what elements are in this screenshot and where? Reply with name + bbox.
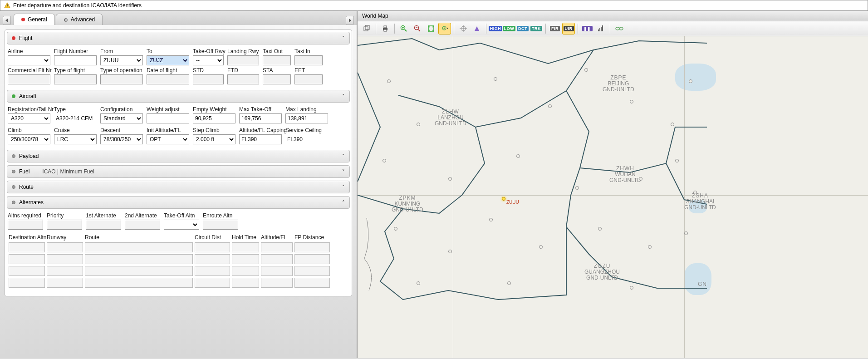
print-icon[interactable] [379,23,392,34]
chain-icon[interactable] [613,23,626,34]
stepclimb-select[interactable]: 2.000 ft [193,134,235,144]
table-cell[interactable] [232,242,259,252]
etd-input[interactable] [227,74,259,84]
alt2-input[interactable] [125,220,160,230]
table-cell[interactable] [47,278,83,288]
table-cell[interactable] [294,254,330,264]
map-dep-marker[interactable] [502,197,505,201]
svg-rect-10 [384,26,387,28]
section-route-header[interactable]: Route ˅ [7,181,350,193]
table-cell[interactable] [195,254,230,264]
table-cell[interactable] [261,278,293,288]
ldgrwy-input[interactable] [227,55,259,65]
table-cell[interactable] [261,266,293,276]
layer-high-button[interactable]: HIGH [489,23,502,34]
alt1-input[interactable] [86,220,121,230]
taxiout-input[interactable] [263,55,291,65]
table-cell[interactable] [232,278,259,288]
table-cell[interactable] [85,242,193,252]
tab-general-label: General [28,16,47,23]
triangle-up-icon[interactable] [471,23,483,34]
wadj-input[interactable] [147,113,189,123]
window-restore-icon[interactable] [360,23,373,34]
table-cell[interactable] [294,278,330,288]
altreq-input[interactable] [8,220,43,230]
typeop-input[interactable] [100,74,143,84]
bars-icon[interactable] [594,23,607,34]
empty-input[interactable] [193,113,235,123]
enraltn-input[interactable] [203,220,238,230]
fit-icon[interactable] [425,23,437,34]
layer-dct-button[interactable]: DCT [516,23,529,34]
table-cell[interactable] [9,242,45,252]
table-cell[interactable] [9,254,45,264]
regtail-select[interactable]: A320 [8,113,50,123]
typeflight-input[interactable] [54,74,97,84]
table-cell[interactable] [261,254,293,264]
layer-fir-button[interactable]: FIR [549,23,561,34]
table-cell[interactable] [232,254,259,264]
table-cell[interactable] [85,278,193,288]
airline-select[interactable] [8,55,50,65]
label-etd: ETD [227,67,259,74]
table-cell[interactable] [195,278,230,288]
chevron-up-icon: ˄ [342,93,345,99]
section-aircraft-header[interactable]: Aircraft ˄ [7,90,350,103]
hdr-hold: Hold Time [232,234,259,241]
table-cell[interactable] [47,266,83,276]
maxto-input[interactable] [239,113,282,123]
zoom-out-icon[interactable] [411,23,424,34]
table-cell[interactable] [294,242,330,252]
flcap-input[interactable] [239,134,282,144]
svg-rect-1 [7,4,7,6]
hdr-circuit: Circuit Dist [195,234,230,241]
layer-uir-button[interactable]: UIR [562,23,575,34]
tab-general[interactable]: General [14,14,55,25]
taxiin-input[interactable] [294,55,323,65]
climb-select[interactable]: 250/300/78 [8,134,50,144]
tab-nav-left[interactable] [3,16,11,25]
section-alternates-header[interactable]: Alternates ˄ [7,196,350,209]
priority-input[interactable] [47,220,82,230]
map-canvas[interactable]: ZBPE BEIJING GND-UNLTD ZLHW LANZHOU GND-… [358,36,868,358]
table-cell[interactable] [261,242,293,252]
to-select[interactable]: ZUJZ [147,55,189,65]
crosshair-icon[interactable] [457,23,470,34]
layer-low-button[interactable]: LOW [503,23,515,34]
std-input[interactable] [193,74,224,84]
table-cell[interactable] [47,242,83,252]
zoom-in-icon[interactable] [397,23,410,34]
section-payload-header[interactable]: Payload ˅ [7,150,350,162]
table-cell[interactable] [9,266,45,276]
torwy-select[interactable]: -- [193,55,224,65]
table-cell[interactable] [195,242,230,252]
table-cell[interactable] [195,266,230,276]
sta-input[interactable] [263,74,291,84]
toaltn-select[interactable] [164,220,199,230]
flightnum-input[interactable] [54,55,97,65]
table-cell[interactable] [232,266,259,276]
section-flight-header[interactable]: Flight ˄ [7,32,350,44]
descent-select[interactable]: 78/300/250 [100,134,143,144]
config-select[interactable]: Standard [100,113,143,123]
dateflight-input[interactable] [147,74,189,84]
cruise-select[interactable]: LRC [54,134,97,144]
section-fuel-header[interactable]: Fuel ICAO | Minimum Fuel ˅ [7,165,350,178]
section-route-title: Route [19,184,34,190]
table-cell[interactable] [47,254,83,264]
table-cell[interactable] [9,278,45,288]
initfl-select[interactable]: OPT [147,134,189,144]
eet-input[interactable] [294,74,323,84]
commflt-input[interactable] [8,74,50,84]
table-cell[interactable] [85,254,193,264]
layer-trk-button[interactable]: TRK [530,23,543,34]
table-cell[interactable] [85,266,193,276]
tab-nav-right[interactable] [346,16,354,25]
maxldg-input[interactable] [285,113,328,123]
settings-dropdown-icon[interactable] [438,23,451,34]
tab-advanced[interactable]: Advanced [56,14,103,25]
table-cell[interactable] [294,266,330,276]
label-dateflight: Date of flight [147,67,189,74]
from-select[interactable]: ZUUU [100,55,143,65]
pause-icon[interactable]: ❚❚ [581,23,593,34]
